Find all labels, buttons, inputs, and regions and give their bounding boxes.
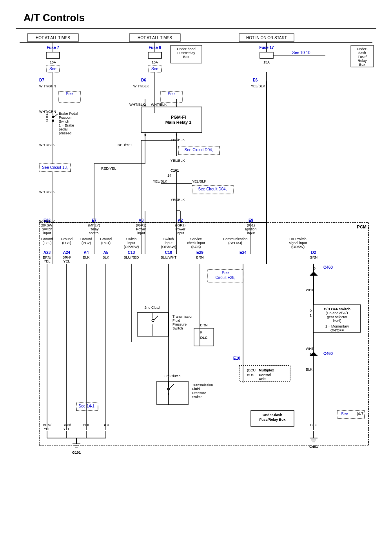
svg-text:WHT: WHT [306,288,314,292]
svg-text:Position: Position [59,116,71,119]
c13-label: C13 [128,250,135,255]
svg-text:BRN/: BRN/ [43,423,51,427]
fuse7-label: Fuse 7 [47,45,59,50]
svg-text:Power: Power [175,227,185,231]
svg-text:pedal: pedal [59,127,67,131]
svg-text:Switch: Switch [172,326,183,330]
svg-text:Main Relay 1: Main Relay 1 [165,120,192,125]
see-14-1[interactable]: See 14-1. [78,404,95,408]
see-d7-area[interactable]: See [66,92,73,96]
svg-text:1: 1 [310,313,312,317]
svg-text:Switch: Switch [42,227,53,231]
svg-point-34 [52,119,54,122]
svg-text:check input: check input [187,241,205,245]
e24-label: E24 [240,250,247,255]
dlc-label: DLC [200,336,208,340]
svg-text:BLU/RED: BLU/RED [123,255,139,259]
wiring-diagram: HOT AT ALL TIMES HOT AT ALL TIMES HOT IN… [16,31,376,532]
od-switch-label: O/D OFF Switch [324,307,350,311]
svg-text:input: input [176,231,184,235]
pcm-label: PCM [357,224,367,229]
wht-blk-d6: WHT/BLK [133,84,149,88]
svg-text:3rd Clutch: 3rd Clutch [164,374,180,378]
see-circuit-13[interactable]: See Circuit 13, [42,165,68,170]
svg-text:input: input [43,231,51,235]
svg-text:YEL/BLK: YEL/BLK [171,138,185,142]
svg-text:(ECU: (ECU [247,368,256,372]
g101-label: G101 [72,451,81,454]
svg-text:(SEFMJ): (SEFMJ) [228,241,242,245]
svg-rect-13 [46,52,60,58]
svg-text:Fluid: Fluid [192,387,200,391]
svg-text:input: input [127,241,135,245]
e10-label: E10 [233,356,240,360]
fuse7-see[interactable]: See [49,67,56,71]
see-d6-area[interactable]: See [168,92,175,96]
svg-text:Switch: Switch [59,119,69,123]
c460-1-label: C460 [323,265,333,270]
svg-text:(LG1): (LG1) [62,241,71,245]
fuse6-value: 15A [152,60,158,64]
g451-label: G451 [309,445,318,449]
svg-rect-180 [157,381,188,405]
svg-line-184 [170,384,174,388]
svg-text:ON/OFF: ON/OFF [330,328,344,332]
svg-text:Circuit F28,[interactable]: Circuit F28, [215,275,235,280]
c10-label: C10 [165,250,172,255]
svg-text:9: 9 [200,330,202,334]
svg-text:YEL/BLK: YEL/BLK [192,179,207,183]
wht-blk-2: WHT/BLK [39,190,55,194]
svg-text:Ground: Ground [80,237,92,241]
svg-text:Service: Service [190,237,202,241]
e6-label: E6 [253,78,258,82]
svg-text:Fluid: Fluid [172,319,180,322]
svg-text:Relay: Relay [358,59,367,63]
see-4-7[interactable]: See [341,412,348,416]
c101-label: C101 [171,168,179,172]
svg-text:YEL/BLK: YEL/BLK [171,198,185,202]
svg-text:dash: dash [358,51,366,55]
a24-label: A24 [63,250,71,255]
svg-text:Fuse/Relay: Fuse/Relay [177,51,195,55]
svg-text:(On end of A/T: (On end of A/T [326,311,349,315]
svg-text:Ground: Ground [61,237,73,241]
fuse17-see[interactable]: See 10-10. [292,51,312,55]
svg-rect-17 [148,52,162,58]
a5-label: A5 [103,250,109,255]
svg-rect-21 [260,52,273,58]
svg-text:BLU/WHT: BLU/WHT [161,255,177,259]
svg-text:Switch: Switch [192,395,203,399]
svg-text:BRN/: BRN/ [62,423,71,427]
svg-text:Pressure: Pressure [192,391,206,395]
svg-text:YEL: YEL [63,259,70,263]
svg-text:(BKSW): (BKSW) [41,223,54,227]
svg-text:pressed: pressed [59,131,71,135]
see-circuit-d04-1[interactable]: See Circuit D04, [185,148,213,152]
see-circuit-f28[interactable]: See [222,271,229,275]
underhood-box-label: Under-hood [177,47,196,51]
svg-text:BLK: BLK [83,423,89,427]
svg-text:WHT: WHT [306,347,314,351]
a4-label: A4 [84,250,89,255]
svg-text:(LG2): (LG2) [42,241,51,245]
d2-label: D2 [311,250,316,255]
page-title: A/T Controls [0,0,392,28]
svg-text:gear selector: gear selector [327,315,347,319]
d6-label: D6 [141,78,146,82]
svg-text:1 = Momentary: 1 = Momentary [325,324,349,328]
wht-blk-1: WHT/BLK [39,143,55,147]
svg-text:Switch: Switch [126,237,137,241]
multiplex-label: Multiplex [259,368,274,372]
svg-text:(SCS): (SCS) [191,245,201,249]
e9-label: E9 [249,218,254,223]
svg-text:Ground: Ground [41,237,53,241]
svg-text:BLK: BLK [102,423,109,427]
fuse6-see[interactable]: See [151,67,158,71]
svg-text:Transmission: Transmission [172,315,193,319]
fuse17-value: 15A [263,60,270,64]
svg-text:BRN: BRN [200,323,207,327]
see-circuit-d04-2[interactable]: See Circuit D04, [198,187,227,191]
svg-text:YEL/BLK: YEL/BLK [171,159,185,163]
svg-text:YEL: YEL [44,259,50,263]
pgm-fi-relay: PGM-FI [171,115,186,119]
